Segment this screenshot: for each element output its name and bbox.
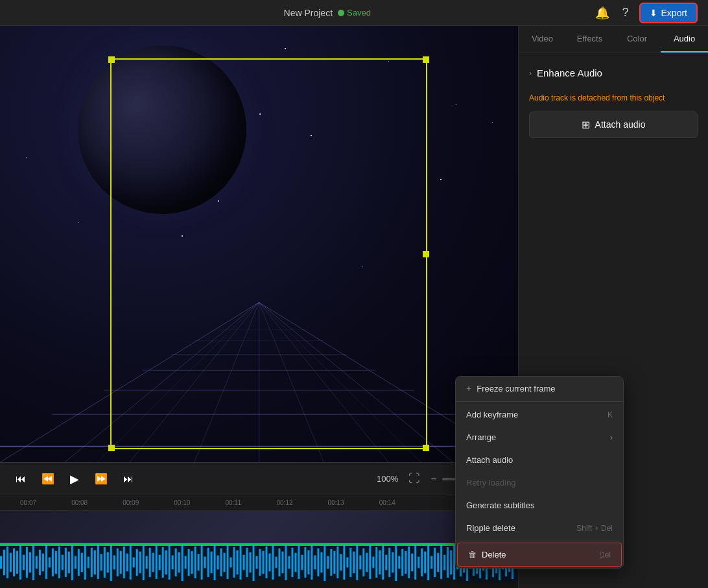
svg-rect-136 [379,550,381,574]
svg-rect-77 [188,549,190,576]
svg-rect-39 [65,548,67,577]
help-button[interactable]: ? [620,3,631,22]
skip-to-start-button[interactable]: ⏮ [13,471,29,488]
svg-line-8 [65,302,259,462]
svg-rect-103 [272,545,274,580]
timeline-area[interactable] [0,510,518,588]
context-item-ripple-delete[interactable]: Ripple delete Shift + Del [456,517,623,539]
svg-rect-108 [288,556,290,569]
export-label: Export [661,8,687,18]
svg-rect-58 [126,554,128,572]
svg-rect-104 [275,557,277,569]
svg-rect-105 [278,548,280,576]
ruler-mark-7: 00:14 [362,499,413,506]
svg-rect-75 [182,544,183,581]
svg-rect-123 [336,547,338,578]
svg-line-12 [259,302,324,462]
svg-rect-55 [117,548,119,576]
tab-audio[interactable]: Audio [661,26,708,53]
svg-rect-153 [434,548,436,577]
svg-line-14 [259,302,454,462]
video-preview[interactable] [0,26,518,462]
export-button[interactable]: ⬇ Export [639,3,698,23]
tab-video[interactable]: Video [519,26,566,53]
svg-rect-47 [91,548,93,577]
freeze-label: Freeze current frame [477,384,555,394]
svg-rect-133 [369,546,371,579]
svg-rect-128 [353,552,355,573]
panel-tabs: Video Effects Color Audio [519,26,708,53]
svg-rect-122 [333,551,335,574]
svg-rect-146 [411,554,413,572]
svg-rect-59 [130,545,132,580]
attach-audio-button[interactable]: ⊞ Attach audio [529,112,698,138]
svg-rect-36 [55,551,57,574]
svg-rect-88 [224,553,226,572]
svg-rect-48 [94,550,96,574]
svg-rect-41 [71,545,73,580]
svg-rect-69 [162,547,164,578]
fast-forward-button[interactable]: ⏩ [92,470,110,488]
svg-rect-61 [136,549,138,576]
ruler-mark-6: 00:13 [311,499,362,506]
svg-rect-35 [52,548,54,576]
svg-rect-50 [100,554,102,571]
add-keyframe-shortcut: K [608,410,613,419]
video-track[interactable] [0,510,518,543]
svg-rect-125 [343,545,345,580]
zoom-out-button[interactable]: − [431,473,436,485]
skip-to-end-button[interactable]: ⏭ [121,471,136,488]
context-item-add-keyframe[interactable]: Add keyframe K [456,403,623,426]
zoom-level: 100% [377,474,398,484]
play-pause-button[interactable]: ▶ [67,469,82,489]
svg-rect-137 [382,545,384,580]
svg-rect-57 [123,547,125,578]
svg-rect-62 [139,552,141,573]
svg-rect-148 [418,557,419,569]
svg-rect-73 [175,548,177,576]
svg-rect-43 [78,549,80,576]
svg-rect-142 [398,556,400,569]
svg-rect-42 [75,556,77,569]
ruler-mark-4: 00:11 [207,499,259,506]
attach-audio-label: Attach audio [595,119,646,130]
plus-icon: + [466,383,471,394]
tab-color[interactable]: Color [613,26,661,53]
notification-button[interactable]: 🔔 [593,3,612,23]
svg-rect-63 [143,545,145,580]
svg-rect-79 [195,547,196,578]
svg-rect-117 [317,548,319,576]
rewind-button[interactable]: ⏪ [39,470,57,488]
waveform-svg [0,543,518,582]
enhance-audio-header[interactable]: › Enhance Audio [529,64,698,82]
ruler-mark-0: 00:07 [3,499,54,506]
tab-effects[interactable]: Effects [566,26,613,53]
fit-screen-button[interactable]: ⛶ [408,472,420,486]
svg-rect-143 [401,549,403,576]
context-item-delete[interactable]: 🗑 Delete Del [457,543,622,567]
delete-shortcut: Del [599,550,611,559]
svg-rect-111 [298,546,300,579]
enhance-audio-label: Enhance Audio [537,67,602,78]
svg-rect-49 [97,546,99,579]
svg-rect-119 [324,544,325,581]
context-divider-2 [456,541,623,541]
context-item-freeze[interactable]: + Freeze current frame [456,377,623,400]
svg-rect-66 [152,553,154,572]
svg-rect-106 [281,552,283,573]
topbar-right: 🔔 ? ⬇ Export [593,3,698,23]
svg-rect-114 [307,550,309,574]
perspective-grid [0,222,518,462]
svg-rect-121 [330,549,332,576]
context-item-attach-audio[interactable]: Attach audio [456,449,623,471]
context-item-arrange[interactable]: Arrange › [456,426,623,449]
svg-rect-155 [440,546,442,579]
svg-rect-156 [443,555,445,570]
svg-rect-86 [217,556,219,570]
svg-rect-110 [294,553,296,572]
ruler-mark-3: 00:10 [156,499,207,506]
audio-track[interactable] [0,543,518,582]
export-icon: ⬇ [650,8,657,18]
context-item-generate-subtitles[interactable]: Generate subtitles [456,494,623,517]
attach-audio-icon: ⊞ [582,119,590,131]
